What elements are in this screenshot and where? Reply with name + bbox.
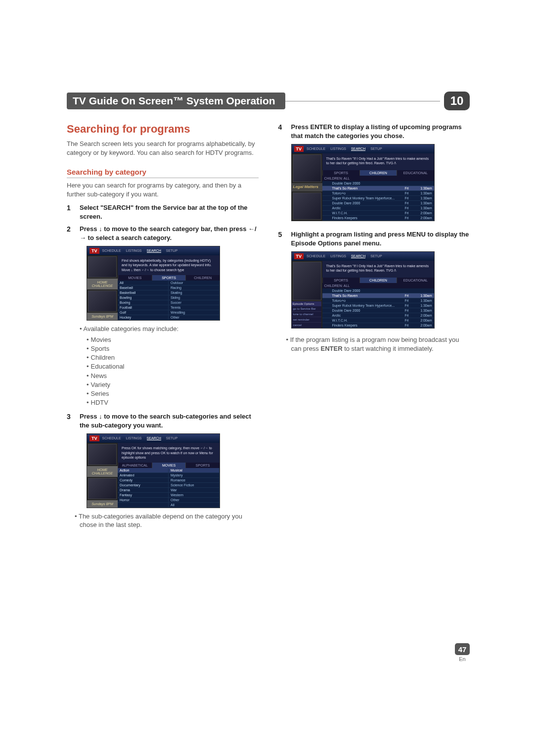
tab-schedule: SCHEDULE [102, 436, 121, 440]
tab-search: SEARCH [147, 436, 161, 440]
cell: Bowling [118, 295, 169, 300]
cell: Comedy [118, 478, 169, 482]
list-header: CHILDREN: ALL [322, 176, 434, 181]
cell: All [169, 503, 220, 507]
cell: All [118, 281, 169, 285]
tab-listings: LISTINGS [126, 436, 142, 440]
promo-legal-matters: Legal Matters [292, 183, 322, 191]
program-list: Double Dare 2000That's So RavenFri1:30am… [322, 288, 434, 328]
page-language: En [455, 656, 470, 662]
info-panel: Find shows alphabetically, by categories… [118, 255, 220, 275]
subcat-note: The sub-categories available depend on t… [75, 512, 259, 529]
cat-educational: EDUCATIONAL [397, 278, 434, 283]
list-row: That's So RavenFri1:30am [322, 293, 434, 298]
step-5: Highlight a program listing and press ME… [278, 230, 470, 247]
epop-item: set reminder [292, 317, 321, 323]
promo-thumb-2 [88, 478, 117, 499]
cell: Mystery [169, 473, 220, 477]
tab-setup: SETUP [370, 254, 382, 258]
cell: Western [169, 493, 220, 497]
list-row: Totoro+oFri1:30am [322, 298, 434, 303]
cat-sports: SPORTS [185, 463, 220, 468]
subsection-heading: Searching by category [67, 168, 259, 178]
cat-item: Variety [87, 380, 259, 389]
step-2-text-b: to move to the search category bar, then… [102, 225, 248, 233]
tab-listings: LISTINGS [330, 254, 346, 258]
list-row: Totoro+oFri1:30am [322, 191, 434, 196]
cat-children: CHILDREN [185, 275, 220, 281]
promo-thumb [88, 256, 117, 278]
cat-movies: MOVIES [152, 463, 186, 468]
chapter-header: TV Guide On Screen™ System Operation 10 [67, 92, 470, 110]
broadcast-note: If the program listing is a program now … [286, 335, 470, 353]
cat-item: Children [87, 353, 259, 362]
page-number-block: 47 En [455, 643, 470, 662]
cat-sports: SPORTS [322, 278, 359, 283]
promo-thumb-2 [88, 290, 117, 312]
list-row: Super Robot Monkey Team Hyperforce...Fri… [322, 303, 434, 308]
step-2-text-c: to select a search category. [86, 234, 172, 241]
episode-options-title: Episode Options [292, 301, 321, 306]
promo-thumb-2 [293, 192, 321, 220]
note-enter-bold: ENTER [320, 345, 342, 352]
cell: Drama [118, 488, 169, 492]
cell: Racing [169, 285, 220, 290]
tab-schedule: SCHEDULE [307, 147, 325, 151]
right-column: Press ENTER to display a listing of upco… [278, 123, 470, 534]
tab-setup: SETUP [166, 249, 178, 253]
cell: Basketball [118, 290, 169, 295]
cell: Outdoor [169, 281, 220, 285]
header-rule [285, 101, 440, 101]
page-number: 47 [455, 643, 470, 655]
tv-logo: TV [294, 253, 304, 259]
left-column: Searching for programs The Search screen… [67, 123, 259, 534]
program-list: Double Dare 2000That's So RavenFri1:30am… [322, 181, 434, 221]
cat-educational: EDUCATIONAL [397, 170, 434, 176]
cell: Documentary [118, 483, 169, 487]
info-panel: That's So Raven "If I Only Had a Job" Ra… [322, 153, 434, 170]
cell: Baseball [118, 285, 169, 290]
cat-children: CHILDREN [359, 278, 397, 283]
cell: Boxing [118, 300, 169, 305]
cat-sports: SPORTS [152, 275, 186, 281]
epop-item: go to Service Bar [292, 306, 321, 312]
promo-home-challenge: HOME CHALLENGE [87, 279, 118, 289]
note-text-c: to start watching it immediately. [343, 345, 434, 352]
cell: Other [169, 315, 220, 320]
cell: Football [118, 305, 169, 310]
cat-sports: SPORTS [322, 170, 359, 176]
tv-logo: TV [89, 435, 99, 441]
cell [118, 503, 169, 507]
cat-item: News [87, 372, 259, 380]
cat-item: Movies [87, 335, 259, 344]
available-categories-block: • Available categories may include: Movi… [80, 325, 259, 408]
promo-home-challenge: HOME CHALLENGE [87, 466, 118, 477]
cell: Tennis [169, 305, 220, 310]
screenshot-episode-options: TV SCHEDULE LISTINGS SEARCH SETUP Episod… [291, 251, 435, 329]
screenshot-subcategories: TV SCHEDULE LISTINGS SEARCH SETUP HOME C… [87, 433, 220, 508]
tab-schedule: SCHEDULE [102, 249, 121, 253]
list-row: W.I.T.C.H.Fri2:00am [322, 318, 434, 323]
tab-listings: LISTINGS [126, 249, 142, 253]
cell: Romance [169, 478, 220, 482]
chapter-title: TV Guide On Screen™ System Operation [67, 93, 285, 109]
list-row: That's So RavenFri1:30am [322, 186, 434, 191]
cell: Science Fiction [169, 483, 220, 487]
list-row: Double Dare 2000Fri1:30am [322, 308, 434, 313]
tab-schedule: SCHEDULE [307, 254, 325, 258]
cat-children: CHILDREN [359, 170, 397, 176]
list-row: ArcticFri1:30am [322, 206, 434, 211]
step-2: Press ↓ to move to the search category b… [67, 225, 259, 242]
epop-item: cancel [292, 323, 321, 328]
cell: Skiing [169, 295, 220, 300]
cat-item: Educational [87, 362, 259, 371]
cat-movies: MOVIES [118, 275, 152, 281]
tab-listings: LISTINGS [330, 147, 346, 151]
cell: Other [169, 498, 220, 502]
cell: Fantasy [118, 493, 169, 497]
list-row: Super Robot Monkey Team Hyperforce...Fri… [322, 196, 434, 201]
cell: Wrestling [169, 310, 220, 315]
subcategory-grid: AllOutdoor BaseballRacing BasketballSkat… [118, 281, 220, 320]
subcategory-grid: ActionMusical AnimatedMystery ComedyRoma… [118, 468, 220, 508]
tab-setup: SETUP [166, 436, 178, 440]
